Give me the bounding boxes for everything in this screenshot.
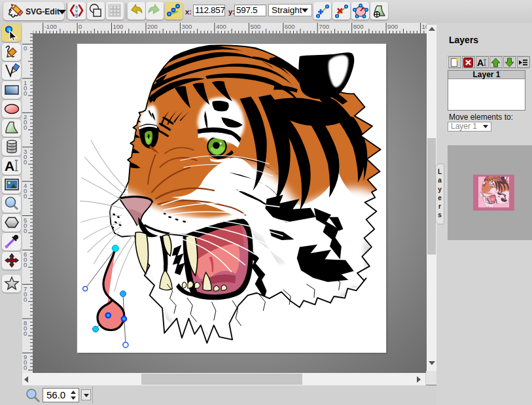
svg-text:0: 0 — [24, 44, 27, 52]
svg-text:200: 200 — [147, 23, 158, 30]
svg-text:0: 0 — [79, 23, 82, 30]
svg-text:500: 500 — [250, 23, 260, 30]
svg-text:700: 700 — [24, 285, 27, 303]
svg-text:100: 100 — [113, 23, 124, 30]
svg-text:400: 400 — [216, 23, 226, 30]
svg-text:800: 800 — [24, 319, 27, 337]
svg-text:400: 400 — [24, 182, 27, 200]
svg-text:A: A — [5, 158, 14, 173]
svg-text:900: 900 — [24, 353, 27, 371]
svg-text:900: 900 — [387, 23, 398, 30]
svg-text:300: 300 — [24, 148, 27, 166]
svg-text:A: A — [477, 58, 484, 67]
svg-text:700: 700 — [319, 23, 329, 30]
svg-text:200: 200 — [24, 113, 27, 131]
svg-text:100: 100 — [24, 79, 27, 97]
svg-text:1000: 1000 — [422, 23, 427, 30]
svg-text:500: 500 — [24, 217, 27, 234]
svg-text:600: 600 — [24, 251, 27, 268]
svg-text:-100: -100 — [44, 23, 57, 30]
svg-text:g: g — [75, 12, 78, 18]
svg-text:600: 600 — [285, 23, 295, 30]
svg-text:300: 300 — [181, 23, 192, 30]
svg-text:800: 800 — [353, 23, 364, 30]
